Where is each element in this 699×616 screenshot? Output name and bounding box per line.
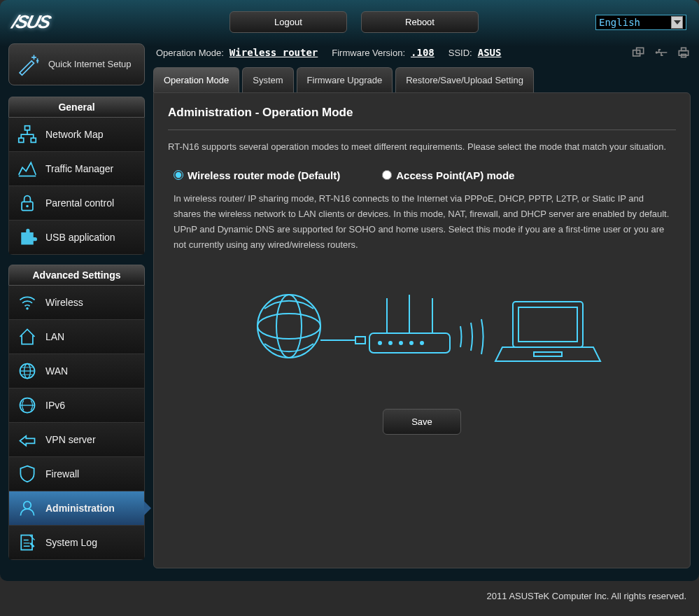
sidebar-item-administration[interactable]: Administration [9, 491, 144, 525]
intro-text: RT-N16 supports several operation modes … [168, 140, 676, 154]
sidebar: Quick Internet Setup General Network Map… [8, 43, 145, 570]
general-menu: Network Map Traffic Manager Parental con… [8, 118, 145, 255]
svg-point-18 [656, 51, 658, 53]
sidebar-item-system-log[interactable]: System Log [9, 525, 144, 559]
svg-point-14 [24, 501, 31, 509]
wand-icon [16, 52, 40, 76]
sidebar-item-wireless[interactable]: Wireless [9, 286, 144, 319]
svg-point-24 [276, 295, 302, 358]
advanced-menu: Wireless LAN WAN IPv6 VPN server [8, 286, 145, 560]
svg-point-34 [421, 342, 423, 344]
tab-firmware-upgrade[interactable]: Firmware Upgrade [297, 67, 393, 92]
shield-icon [17, 464, 37, 484]
svg-rect-0 [25, 126, 30, 130]
sidebar-item-label: USB application [45, 232, 115, 243]
radio-wireless-router-label[interactable]: Wireless router mode (Default) [188, 169, 340, 181]
svg-rect-15 [21, 536, 32, 550]
svg-point-33 [410, 342, 413, 344]
brand-logo: /SUS [10, 11, 85, 33]
log-icon [17, 533, 37, 552]
reboot-button[interactable]: Reboot [361, 11, 479, 33]
printer-icon[interactable] [677, 46, 691, 59]
sidebar-item-wan[interactable]: WAN [9, 354, 144, 388]
sidebar-item-traffic-manager[interactable]: Traffic Manager [9, 151, 144, 186]
page-title: Administration - Operation Mode [168, 106, 676, 120]
globe-icon [17, 361, 37, 381]
svg-point-31 [389, 342, 392, 344]
sidebar-item-label: Network Map [45, 129, 103, 140]
svg-point-6 [26, 307, 29, 310]
sidebar-item-label: IPv6 [45, 400, 65, 411]
svg-point-23 [257, 314, 320, 339]
lock-icon [17, 193, 37, 213]
tab-system[interactable]: System [242, 67, 293, 92]
ssid-label: SSID: [449, 48, 472, 58]
svg-rect-2 [31, 138, 36, 142]
svg-rect-35 [513, 302, 583, 347]
traffic-icon [17, 159, 37, 178]
sidebar-item-vpn-server[interactable]: VPN server [9, 422, 144, 456]
svg-rect-20 [682, 48, 686, 50]
svg-point-30 [379, 342, 381, 344]
qis-label: Quick Internet Setup [48, 59, 132, 71]
section-header-advanced: Advanced Settings [8, 265, 145, 286]
svg-point-5 [26, 205, 29, 208]
content-panel: Administration - Operation Mode RT-N16 s… [153, 92, 691, 568]
sidebar-item-firewall[interactable]: Firewall [9, 456, 144, 491]
sidebar-item-network-map[interactable]: Network Map [9, 118, 144, 151]
mode-description: In wireless router/ IP sharing mode, RT-… [174, 191, 670, 253]
tabs: Operation Mode System Firmware Upgrade R… [153, 67, 691, 92]
radio-wireless-router[interactable] [174, 170, 183, 180]
section-header-general: General [8, 97, 145, 118]
sidebar-item-label: VPN server [45, 434, 96, 445]
sidebar-item-label: Parental control [45, 197, 114, 209]
sidebar-item-label: LAN [45, 331, 64, 342]
sidebar-item-label: Traffic Manager [45, 163, 113, 174]
footer-text: 2011 ASUSTeK Computer Inc. All rights re… [0, 581, 699, 611]
svg-rect-37 [534, 352, 562, 356]
ssid-value[interactable]: ASUS [478, 47, 502, 58]
radio-access-point[interactable] [382, 170, 392, 180]
ipv6-icon [17, 396, 37, 415]
radio-access-point-label[interactable]: Access Point(AP) mode [396, 169, 514, 181]
sidebar-item-label: System Log [45, 537, 97, 548]
info-bar: Operation Mode: Wireless router Firmware… [153, 43, 691, 67]
top-bar: /SUS Logout Reboot English [6, 6, 693, 43]
svg-rect-36 [518, 307, 577, 342]
svg-rect-25 [355, 337, 365, 344]
sidebar-item-label: Wireless [45, 297, 83, 308]
language-value: English [599, 17, 640, 28]
user-icon [17, 498, 37, 518]
tab-operation-mode[interactable]: Operation Mode [153, 67, 239, 92]
mode-illustration [168, 274, 676, 381]
svg-point-32 [400, 342, 402, 344]
tab-restore-save-upload[interactable]: Restore/Save/Upload Setting [395, 67, 534, 92]
fw-value[interactable]: .108 [411, 47, 435, 58]
quick-internet-setup-button[interactable]: Quick Internet Setup [8, 43, 145, 85]
mode-radio-group: Wireless router mode (Default) Access Po… [174, 169, 670, 181]
home-icon [17, 327, 37, 346]
network-map-icon [17, 125, 37, 144]
save-button[interactable]: Save [383, 409, 461, 435]
op-mode-value[interactable]: Wireless router [230, 47, 318, 58]
main-content: Operation Mode: Wireless router Firmware… [153, 43, 691, 570]
logout-button[interactable]: Logout [230, 11, 347, 33]
puzzle-icon [17, 227, 37, 247]
multi-window-icon[interactable] [632, 46, 646, 59]
sidebar-item-usb-application[interactable]: USB application [9, 220, 144, 254]
sidebar-item-parental-control[interactable]: Parental control [9, 186, 144, 220]
sidebar-item-ipv6[interactable]: IPv6 [9, 388, 144, 422]
fw-label: Firmware Version: [332, 48, 405, 58]
op-mode-label: Operation Mode: [156, 48, 224, 58]
sidebar-item-label: Firewall [45, 468, 79, 479]
usb-icon[interactable] [654, 46, 668, 59]
sidebar-item-lan[interactable]: LAN [9, 319, 144, 354]
divider [168, 130, 676, 130]
wifi-icon [17, 293, 37, 312]
sidebar-item-label: WAN [45, 365, 68, 377]
svg-rect-1 [19, 138, 24, 142]
sidebar-item-label: Administration [45, 503, 115, 514]
chevron-down-icon [671, 16, 683, 29]
language-select[interactable]: English [595, 15, 686, 30]
vpn-icon [17, 430, 37, 449]
